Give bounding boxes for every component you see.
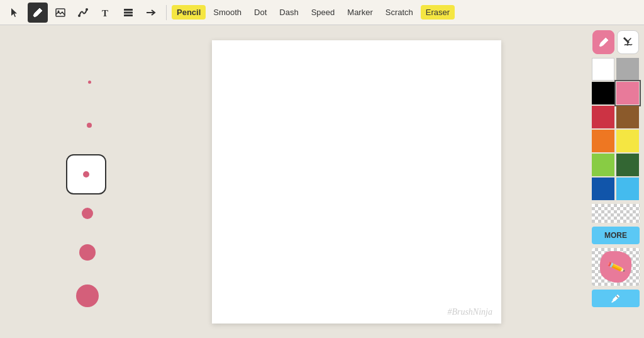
color-gray[interactable] [616, 58, 639, 81]
color-white[interactable] [592, 58, 614, 81]
image-tool-button[interactable] [50, 3, 70, 23]
more-colors-button[interactable]: MORE [592, 227, 640, 244]
brush-preview: ✏️ [592, 248, 640, 286]
toolbar: T Pencil Smooth Dot Dash Speed Marker Sc… [0, 0, 644, 25]
brush-size-md[interactable] [82, 208, 93, 219]
color-orange[interactable] [592, 130, 614, 152]
brush-type-dot[interactable]: Dot [249, 5, 272, 20]
color-blue[interactable] [592, 177, 614, 200]
pencil-tool-button[interactable] [28, 3, 48, 23]
drawing-canvas[interactable]: #BrushNinja [212, 40, 501, 324]
svg-point-2 [78, 14, 80, 17]
svg-rect-7 [124, 14, 133, 16]
color-palette [592, 58, 640, 200]
brush-type-speed[interactable]: Speed [306, 5, 340, 20]
svg-rect-5 [124, 9, 133, 11]
brush-type-marker[interactable]: Marker [342, 5, 377, 20]
color-yellow[interactable] [616, 130, 639, 152]
main-area: #BrushNinja [0, 25, 644, 338]
brush-size-xl[interactable] [76, 284, 99, 307]
brush-type-pencil[interactable]: Pencil [172, 5, 206, 20]
svg-point-3 [86, 8, 88, 11]
color-light-blue[interactable] [616, 177, 639, 200]
text-tool-button[interactable]: T [96, 3, 116, 23]
canvas-container: #BrushNinja [126, 25, 587, 338]
right-panel: MORE ✏️ [587, 25, 644, 338]
brush-size-selected-box[interactable] [66, 154, 106, 194]
brush-type-scratch[interactable]: Scratch [380, 5, 418, 20]
brush-type-smooth[interactable]: Smooth [208, 5, 247, 20]
color-black[interactable] [592, 82, 614, 104]
brush-size-panel [0, 25, 126, 338]
arrow-tool-button[interactable] [141, 3, 161, 23]
color-red[interactable] [592, 106, 614, 128]
brush-type-eraser[interactable]: Eraser [421, 5, 455, 20]
brush-dot-selected [83, 171, 89, 177]
brush-size-lg[interactable] [79, 244, 96, 261]
path-tool-button[interactable] [73, 3, 93, 23]
select-tool-button[interactable] [5, 3, 25, 23]
color-dark-green[interactable] [616, 154, 639, 176]
color-transparent[interactable] [592, 204, 640, 223]
toolbar-divider [166, 5, 167, 20]
brush-size-indicator-sm [87, 123, 92, 128]
brush-type-dash[interactable]: Dash [274, 5, 303, 20]
fill-mode-button[interactable] [617, 30, 639, 54]
color-light-green[interactable] [592, 154, 614, 176]
layers-tool-button[interactable] [118, 3, 138, 23]
transparent-row [592, 204, 640, 223]
color-pink[interactable] [616, 82, 639, 104]
draw-mode-button[interactable] [592, 30, 614, 54]
draw-fill-toggle [592, 30, 639, 54]
svg-text:T: T [102, 8, 108, 18]
brush-size-indicator-xs [88, 81, 91, 84]
eyedropper-button[interactable] [592, 290, 640, 307]
watermark: #BrushNinja [447, 307, 492, 317]
svg-rect-6 [124, 11, 133, 13]
color-brown[interactable] [616, 106, 639, 128]
